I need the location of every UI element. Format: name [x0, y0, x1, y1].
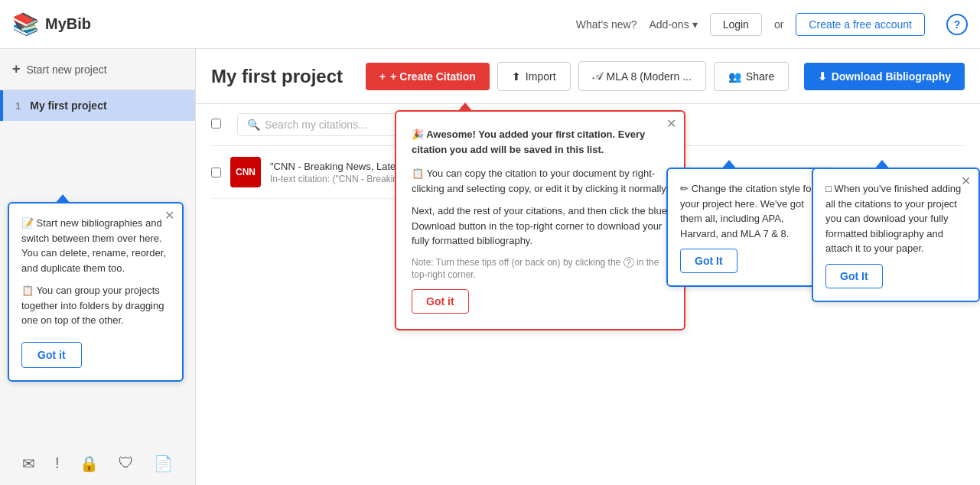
cnn-logo: CNN: [230, 157, 261, 187]
main-layout: + Start new project 1 My first project ✕…: [0, 49, 980, 485]
create-citation-button[interactable]: + + Create Citation: [366, 63, 490, 90]
whats-new-link[interactable]: What's new?: [576, 18, 637, 31]
sidebar-tooltip-line2: 📋 You can group your projects together i…: [21, 283, 170, 328]
sidebar-item-project[interactable]: 1 My first project: [0, 90, 195, 121]
style-icon: 𝒜: [593, 70, 602, 83]
plus-icon: +: [12, 61, 21, 77]
plus-icon: +: [379, 70, 386, 83]
citation-tooltip-heading: 🎉 Awesome! You added your first citation…: [412, 127, 669, 157]
citation-tooltip-note: Note: Turn these tips off (or back on) b…: [412, 256, 669, 282]
logo-icon: 📚: [12, 11, 39, 37]
addons-button[interactable]: Add-ons ▾: [649, 18, 697, 31]
download-got-it-button[interactable]: Got It: [825, 264, 883, 288]
shield-icon[interactable]: 🛡: [119, 454, 134, 473]
sidebar-bottom: ✉ ! 🔒 🛡 📄: [0, 454, 195, 473]
citation-main-tooltip: ✕ 🎉 Awesome! You added your first citati…: [395, 110, 685, 330]
citation-tooltip-line1: 📋 You can copy the citation to your docu…: [412, 166, 669, 196]
document-icon[interactable]: 📄: [154, 454, 173, 473]
or-text: or: [774, 18, 783, 31]
lock-icon[interactable]: 🔒: [80, 454, 99, 473]
upload-icon: ⬆: [512, 70, 521, 83]
sidebar: + Start new project 1 My first project ✕…: [0, 49, 196, 485]
sidebar-tooltip: ✕ 📝 Start new bibliographies and switch …: [8, 202, 184, 382]
create-account-button[interactable]: Create a free account: [796, 13, 925, 36]
notification-icon[interactable]: !: [55, 454, 60, 473]
share-icon: 👥: [728, 70, 741, 83]
style-tooltip-text: ✏ Change the citation style for your pro…: [680, 181, 821, 241]
citation-tooltip-close[interactable]: ✕: [666, 118, 676, 130]
citation-tooltip-line2: Next, add the rest of your citations, an…: [412, 203, 669, 249]
download-tooltip: ✕ □ When you've finished adding all the …: [812, 168, 980, 302]
project-number: 1: [15, 100, 21, 112]
citation-got-it-button[interactable]: Got it: [412, 289, 469, 314]
style-got-it-button[interactable]: Got It: [680, 249, 737, 273]
logo-text: MyBib: [45, 15, 91, 33]
header: 📚 MyBib What's new? Add-ons ▾ Login or C…: [0, 0, 980, 49]
sidebar-tooltip-line1: 📝 Start new bibliographies and switch be…: [21, 216, 170, 275]
download-bibliography-button[interactable]: ⬇ Download Bibliography: [804, 63, 965, 90]
citation-checkbox[interactable]: [211, 168, 221, 177]
pencil-icon: ✏: [680, 183, 692, 194]
sidebar-tooltip-close[interactable]: ✕: [164, 210, 174, 222]
login-button[interactable]: Login: [710, 13, 762, 36]
toolbar: My first project + + Create Citation ⬆ I…: [196, 49, 980, 104]
main-content: My first project + + Create Citation ⬆ I…: [196, 49, 980, 485]
import-button[interactable]: ⬆ Import: [497, 62, 571, 91]
download-square-icon: □: [825, 183, 834, 194]
sidebar-got-it-button[interactable]: Got it: [21, 342, 82, 368]
page-title: My first project: [211, 66, 343, 87]
mla-style-button[interactable]: 𝒜 MLA 8 (Modern ...: [578, 61, 706, 91]
download-icon: ⬇: [818, 70, 827, 83]
help-icon[interactable]: ?: [946, 14, 968, 35]
search-icon: 🔍: [247, 119, 260, 131]
share-button[interactable]: 👥 Share: [714, 62, 789, 91]
style-tooltip: ✕ ✏ Change the citation style for your p…: [666, 168, 835, 287]
mail-icon[interactable]: ✉: [22, 454, 35, 473]
header-nav: What's new? Add-ons ▾ Login or Create a …: [576, 13, 968, 36]
download-tooltip-close[interactable]: ✕: [961, 175, 971, 187]
chevron-down-icon: ▾: [692, 18, 698, 31]
project-name: My first project: [30, 99, 106, 112]
logo-area: 📚 MyBib: [12, 11, 576, 37]
select-all-checkbox[interactable]: [211, 119, 221, 129]
download-tooltip-text: □ When you've finished adding all the ci…: [825, 181, 966, 256]
start-new-project[interactable]: + Start new project: [0, 49, 195, 90]
